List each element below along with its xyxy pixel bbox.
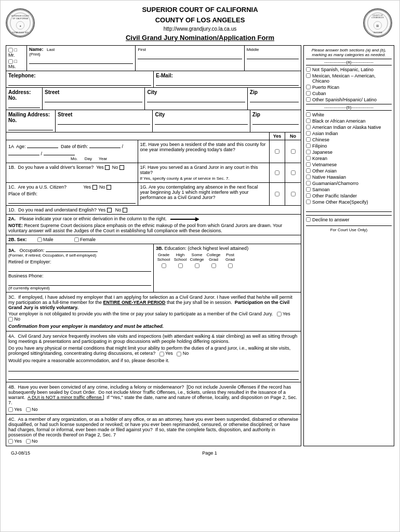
s4c-yes-checkbox[interactable] — [8, 439, 13, 444]
q1g-yes-box — [270, 183, 285, 205]
dob-day-field[interactable] — [8, 149, 39, 155]
dob-year-field[interactable] — [44, 149, 75, 155]
q1b-no-cb[interactable] — [119, 165, 124, 170]
s4b-no-checkbox[interactable] — [26, 407, 31, 412]
q1b-yes-cb[interactable] — [105, 165, 110, 170]
cb-asian-indian[interactable] — [306, 131, 311, 136]
s4a-yes-label[interactable]: Yes — [159, 351, 173, 356]
q1g-no-checkbox[interactable] — [291, 192, 296, 196]
grade-school-cb[interactable] — [162, 263, 166, 268]
address-no-cell: Address: No. — [6, 88, 43, 110]
cb-korean[interactable] — [306, 156, 311, 161]
s3a-occupation-field[interactable] — [46, 246, 98, 252]
s4a-no-checkbox[interactable] — [177, 352, 181, 356]
s4c-no-checkbox[interactable] — [26, 439, 31, 444]
cb-other-pacific[interactable] — [306, 193, 311, 198]
q1g-yes-checkbox[interactable] — [275, 192, 279, 196]
s3c-no-checkbox[interactable] — [8, 317, 13, 322]
q1c-no-cb[interactable] — [106, 185, 111, 190]
s4b-no-label[interactable]: No — [26, 407, 38, 412]
address-street-field[interactable] — [45, 96, 142, 102]
name-first-field[interactable] — [138, 53, 242, 59]
mr-checkbox-label[interactable]: □ Mr. — [8, 47, 24, 58]
cb-not-spanish[interactable] — [306, 67, 311, 72]
ms-checkbox-label[interactable]: □ Ms. — [8, 59, 24, 69]
cb-other-spanish[interactable] — [306, 97, 311, 102]
some-other-race-field[interactable] — [306, 206, 392, 212]
s4c-yes-label[interactable]: Yes — [8, 438, 22, 444]
q1c-yes-cb[interactable] — [92, 185, 97, 190]
s4b-yes-checkbox[interactable] — [8, 407, 13, 412]
cb-cuban[interactable] — [306, 91, 311, 96]
some-college-cb[interactable] — [195, 263, 199, 268]
male-label[interactable]: Male — [37, 237, 54, 242]
mailing-city-field[interactable] — [155, 118, 247, 125]
q1d-no-cb[interactable] — [123, 208, 127, 212]
age-field[interactable] — [27, 142, 58, 148]
dob-mo-field[interactable] — [89, 142, 121, 148]
mailing-zip-field[interactable] — [252, 118, 299, 125]
name-last-field[interactable] — [29, 58, 133, 64]
telephone-field[interactable] — [8, 79, 151, 86]
q1e-no-checkbox[interactable] — [291, 149, 296, 154]
s3a-label: 3A. — [8, 248, 16, 253]
email-field[interactable] — [156, 79, 299, 86]
male-checkbox[interactable] — [37, 237, 42, 242]
s4a-yes-checkbox[interactable] — [159, 352, 164, 356]
dob-labels: Mo. Day Year — [71, 156, 136, 161]
mailing-street-label: Street — [58, 112, 72, 117]
s4c-no-label[interactable]: No — [26, 438, 38, 444]
name-middle-field[interactable] — [247, 53, 299, 59]
high-school-cb[interactable] — [178, 263, 183, 268]
address-no-field[interactable] — [8, 102, 40, 108]
post-grad-cb[interactable] — [228, 263, 233, 268]
cb-samoan[interactable] — [306, 187, 311, 192]
cb-other-asian[interactable] — [306, 168, 311, 173]
cb-white[interactable] — [306, 112, 311, 117]
q1f-no-box — [285, 163, 301, 182]
cb-vietnamese[interactable] — [306, 162, 311, 167]
s3c-yes-checkbox[interactable] — [277, 312, 282, 316]
svg-text:★: ★ — [19, 24, 22, 27]
cb-decline[interactable] — [306, 217, 311, 222]
s3a-former-note: (Former, if retired; Occupation, if self… — [8, 253, 151, 258]
cb-filipino[interactable] — [306, 143, 311, 148]
q1f-yes-checkbox[interactable] — [275, 170, 279, 175]
mr-checkbox[interactable] — [8, 48, 13, 52]
section-2a: 2A. Please indicate your race or ethnic … — [6, 215, 301, 235]
cb-guamanian[interactable] — [306, 181, 311, 185]
mailing-street-field[interactable] — [58, 118, 150, 125]
label-mexican: Mexican, Mexican – American, Chicano — [312, 73, 392, 84]
cb-puerto-rican[interactable] — [306, 85, 311, 89]
s3c-confirmation: Confirmation from your employer is manda… — [8, 324, 299, 329]
female-label[interactable]: Female — [74, 237, 96, 242]
s4a-field2[interactable] — [8, 374, 299, 380]
sidebar-item-mexican: Mexican, Mexican – American, Chicano — [306, 73, 392, 84]
female-checkbox[interactable] — [74, 237, 79, 242]
s3c-no-label[interactable]: No — [8, 316, 20, 322]
s4a-field1[interactable] — [8, 365, 299, 371]
q1e-yes-checkbox[interactable] — [275, 149, 279, 154]
ms-checkbox[interactable] — [8, 59, 13, 64]
cb-native-hawaiian[interactable] — [306, 175, 311, 179]
cb-chinese[interactable] — [306, 137, 311, 142]
s3c-yes-label[interactable]: Yes — [277, 311, 290, 316]
mailing-no-field[interactable] — [8, 124, 53, 130]
cb-black[interactable] — [306, 118, 311, 123]
address-zip-field[interactable] — [250, 96, 299, 102]
s3a-retired-field[interactable] — [8, 265, 151, 272]
s4b-yes-label[interactable]: Yes — [8, 407, 22, 412]
sidebar-item-some-other-race: Some Other Race(Specify) — [306, 200, 392, 205]
place-field[interactable] — [8, 197, 136, 204]
cb-japanese[interactable] — [306, 150, 311, 154]
cb-american-indian[interactable] — [306, 125, 311, 129]
college-grad-cb[interactable] — [211, 263, 216, 268]
q1d-yes-cb[interactable] — [107, 208, 112, 212]
svg-text:LOS ANGELES: LOS ANGELES — [371, 17, 384, 19]
q1f-no-checkbox[interactable] — [291, 170, 296, 175]
cb-mexican[interactable] — [306, 73, 311, 78]
s4a-no-label[interactable]: No — [177, 351, 189, 356]
address-city-field[interactable] — [147, 96, 245, 102]
s3a-business-field[interactable] — [8, 280, 151, 286]
cb-some-other-race[interactable] — [306, 200, 311, 204]
